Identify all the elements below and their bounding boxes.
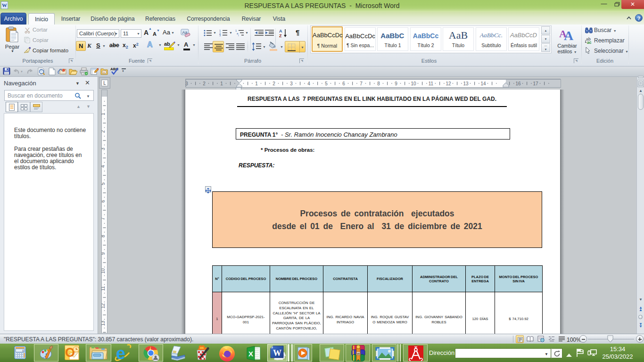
svg-text:10: 10 [101, 268, 106, 274]
svg-text:W: W [357, 352, 360, 355]
svg-text:✳: ✳ [103, 71, 106, 74]
svg-text:6: 6 [342, 81, 345, 86]
svg-text:A: A [279, 29, 282, 33]
svg-text:O: O [65, 346, 75, 360]
svg-text:12: 12 [101, 303, 106, 309]
svg-text:4: 4 [307, 81, 310, 86]
svg-text:Z: Z [279, 33, 282, 38]
svg-text:9: 9 [395, 81, 397, 86]
svg-text:10: 10 [411, 81, 416, 86]
svg-text:1: 1 [220, 81, 223, 86]
svg-text:14: 14 [480, 81, 486, 86]
svg-text:2: 2 [101, 130, 106, 133]
svg-text:X: X [248, 350, 253, 358]
svg-text:ac: ac [587, 40, 592, 44]
svg-text:8: 8 [101, 235, 106, 238]
svg-text:11: 11 [101, 286, 106, 291]
svg-text:11: 11 [429, 81, 434, 86]
svg-text:e: e [116, 344, 125, 362]
svg-text:i: i [238, 34, 239, 36]
svg-text:A: A [564, 28, 574, 41]
svg-text:7: 7 [360, 81, 363, 86]
svg-text:1: 1 [255, 81, 258, 86]
svg-text:3: 3 [219, 34, 221, 36]
svg-text:W: W [273, 348, 281, 358]
svg-text:3: 3 [101, 148, 106, 150]
svg-text:3: 3 [186, 81, 188, 86]
svg-text:5: 5 [101, 182, 106, 185]
svg-text:6: 6 [101, 200, 106, 203]
svg-text:17: 17 [533, 81, 538, 86]
svg-text:W: W [2, 2, 7, 8]
svg-text:12: 12 [446, 81, 451, 86]
svg-text:3: 3 [290, 81, 293, 86]
svg-text:16: 16 [515, 81, 521, 86]
svg-text:9: 9 [101, 252, 106, 255]
svg-text:7: 7 [101, 217, 106, 220]
svg-text:2: 2 [272, 81, 275, 86]
svg-text:4: 4 [101, 165, 106, 168]
svg-text:5: 5 [325, 81, 328, 86]
svg-text:8: 8 [377, 81, 380, 86]
svg-text:2: 2 [203, 81, 206, 86]
svg-text:1: 1 [101, 113, 106, 115]
svg-text:13: 13 [101, 321, 106, 326]
svg-text:13: 13 [463, 81, 469, 86]
